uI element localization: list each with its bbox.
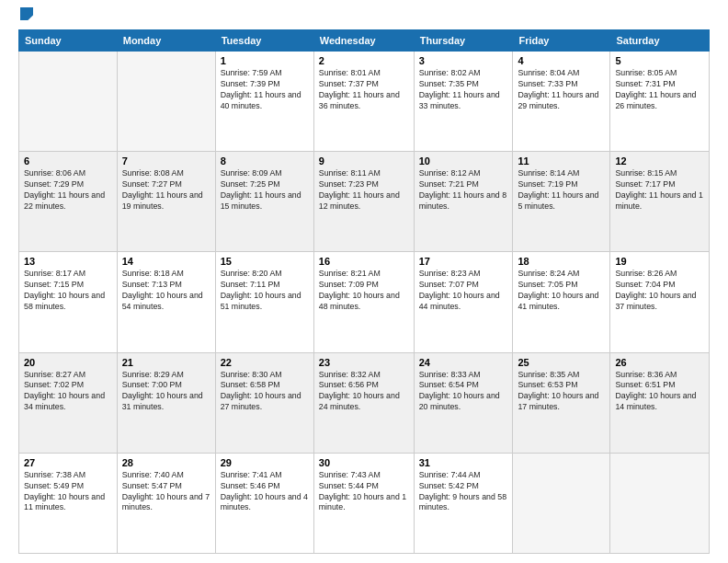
day-info: Sunrise: 8:08 AMSunset: 7:27 PMDaylight:… [122, 168, 210, 213]
calendar-cell: 19Sunrise: 8:26 AMSunset: 7:04 PMDayligh… [610, 252, 710, 352]
day-info: Sunrise: 8:36 AMSunset: 6:51 PMDaylight:… [615, 370, 704, 414]
day-info: Sunrise: 8:18 AMSunset: 7:13 PMDaylight:… [122, 269, 210, 313]
day-info: Sunrise: 7:40 AMSunset: 5:47 PMDaylight:… [122, 470, 210, 514]
weekday-header-saturday: Saturday [610, 30, 710, 52]
day-info: Sunrise: 7:59 AMSunset: 7:39 PMDaylight:… [221, 68, 309, 112]
calendar-cell: 8Sunrise: 8:09 AMSunset: 7:25 PMDaylight… [215, 152, 313, 252]
logo-icon [20, 7, 33, 20]
day-info: Sunrise: 8:06 AMSunset: 7:29 PMDaylight:… [24, 168, 112, 213]
day-info: Sunrise: 8:30 AMSunset: 6:58 PMDaylight:… [221, 370, 309, 414]
page: SundayMondayTuesdayWednesdayThursdayFrid… [0, 0, 728, 563]
weekday-header-thursday: Thursday [414, 30, 513, 52]
day-info: Sunrise: 8:26 AMSunset: 7:04 PMDaylight:… [615, 269, 704, 313]
day-number: 9 [319, 155, 409, 167]
day-number: 22 [221, 357, 309, 368]
day-number: 11 [518, 155, 605, 167]
day-info: Sunrise: 8:17 AMSunset: 7:15 PMDaylight:… [24, 269, 112, 313]
day-info: Sunrise: 8:33 AMSunset: 6:54 PMDaylight:… [419, 370, 508, 414]
calendar-week-row: 1Sunrise: 7:59 AMSunset: 7:39 PMDaylight… [19, 52, 710, 152]
day-number: 16 [319, 256, 409, 267]
day-info: Sunrise: 8:14 AMSunset: 7:19 PMDaylight:… [518, 168, 605, 213]
day-number: 17 [419, 256, 508, 267]
day-number: 31 [419, 457, 508, 468]
calendar-cell: 25Sunrise: 8:35 AMSunset: 6:53 PMDayligh… [513, 352, 610, 453]
calendar-cell [513, 453, 610, 553]
day-number: 21 [122, 357, 210, 368]
day-info: Sunrise: 8:04 AMSunset: 7:33 PMDaylight:… [518, 68, 605, 112]
day-number: 15 [221, 256, 309, 267]
day-number: 19 [615, 256, 704, 267]
day-number: 28 [122, 457, 210, 468]
calendar-cell: 30Sunrise: 7:43 AMSunset: 5:44 PMDayligh… [313, 453, 414, 553]
calendar-cell: 20Sunrise: 8:27 AMSunset: 7:02 PMDayligh… [19, 352, 118, 453]
day-number: 5 [615, 55, 704, 66]
day-number: 30 [319, 457, 409, 468]
day-info: Sunrise: 8:20 AMSunset: 7:11 PMDaylight:… [221, 269, 309, 313]
logo [18, 15, 33, 20]
day-info: Sunrise: 8:12 AMSunset: 7:21 PMDaylight:… [419, 168, 508, 213]
calendar-cell: 1Sunrise: 7:59 AMSunset: 7:39 PMDaylight… [215, 52, 313, 152]
calendar-cell: 11Sunrise: 8:14 AMSunset: 7:19 PMDayligh… [513, 152, 610, 252]
day-info: Sunrise: 8:27 AMSunset: 7:02 PMDaylight:… [24, 370, 112, 414]
calendar-cell: 12Sunrise: 8:15 AMSunset: 7:17 PMDayligh… [610, 152, 710, 252]
day-number: 4 [518, 55, 605, 66]
calendar-cell: 4Sunrise: 8:04 AMSunset: 7:33 PMDaylight… [513, 52, 610, 152]
day-number: 7 [122, 155, 210, 167]
calendar-cell: 27Sunrise: 7:38 AMSunset: 5:49 PMDayligh… [19, 453, 118, 553]
day-number: 1 [221, 55, 309, 66]
day-info: Sunrise: 8:24 AMSunset: 7:05 PMDaylight:… [518, 269, 605, 313]
calendar-cell: 16Sunrise: 8:21 AMSunset: 7:09 PMDayligh… [313, 252, 414, 352]
day-info: Sunrise: 8:01 AMSunset: 7:37 PMDaylight:… [319, 68, 409, 112]
day-number: 14 [122, 256, 210, 267]
calendar-cell: 6Sunrise: 8:06 AMSunset: 7:29 PMDaylight… [19, 152, 118, 252]
calendar-cell: 3Sunrise: 8:02 AMSunset: 7:35 PMDaylight… [414, 52, 513, 152]
day-number: 23 [319, 357, 409, 368]
day-number: 13 [24, 256, 112, 267]
day-info: Sunrise: 8:15 AMSunset: 7:17 PMDaylight:… [615, 168, 704, 213]
day-info: Sunrise: 8:35 AMSunset: 6:53 PMDaylight:… [518, 370, 605, 414]
day-number: 24 [419, 357, 508, 368]
weekday-header-sunday: Sunday [19, 30, 118, 52]
day-number: 3 [419, 55, 508, 66]
day-number: 10 [419, 155, 508, 167]
day-number: 2 [319, 55, 409, 66]
calendar-week-row: 27Sunrise: 7:38 AMSunset: 5:49 PMDayligh… [19, 453, 710, 553]
calendar-week-row: 20Sunrise: 8:27 AMSunset: 7:02 PMDayligh… [19, 352, 710, 453]
calendar-cell: 9Sunrise: 8:11 AMSunset: 7:23 PMDaylight… [313, 152, 414, 252]
weekday-header-monday: Monday [117, 30, 215, 52]
day-info: Sunrise: 8:23 AMSunset: 7:07 PMDaylight:… [419, 269, 508, 313]
weekday-header-wednesday: Wednesday [313, 30, 414, 52]
weekday-header-friday: Friday [513, 30, 610, 52]
calendar-cell: 31Sunrise: 7:44 AMSunset: 5:42 PMDayligh… [414, 453, 513, 553]
day-info: Sunrise: 8:02 AMSunset: 7:35 PMDaylight:… [419, 68, 508, 112]
day-number: 20 [24, 357, 112, 368]
calendar-cell: 29Sunrise: 7:41 AMSunset: 5:46 PMDayligh… [215, 453, 313, 553]
calendar-cell: 2Sunrise: 8:01 AMSunset: 7:37 PMDaylight… [313, 52, 414, 152]
header [18, 15, 710, 20]
calendar-cell: 21Sunrise: 8:29 AMSunset: 7:00 PMDayligh… [117, 352, 215, 453]
calendar-cell: 17Sunrise: 8:23 AMSunset: 7:07 PMDayligh… [414, 252, 513, 352]
calendar-cell [19, 52, 118, 152]
day-info: Sunrise: 7:38 AMSunset: 5:49 PMDaylight:… [24, 470, 112, 514]
day-info: Sunrise: 8:32 AMSunset: 6:56 PMDaylight:… [319, 370, 409, 414]
day-info: Sunrise: 8:11 AMSunset: 7:23 PMDaylight:… [319, 168, 409, 213]
calendar-header-row: SundayMondayTuesdayWednesdayThursdayFrid… [19, 30, 710, 52]
calendar-cell: 13Sunrise: 8:17 AMSunset: 7:15 PMDayligh… [19, 252, 118, 352]
day-number: 18 [518, 256, 605, 267]
day-info: Sunrise: 8:09 AMSunset: 7:25 PMDaylight:… [221, 168, 309, 213]
calendar-cell: 14Sunrise: 8:18 AMSunset: 7:13 PMDayligh… [117, 252, 215, 352]
calendar-cell [610, 453, 710, 553]
day-info: Sunrise: 8:29 AMSunset: 7:00 PMDaylight:… [122, 370, 210, 414]
day-number: 26 [615, 357, 704, 368]
day-number: 12 [615, 155, 704, 167]
calendar-cell: 15Sunrise: 8:20 AMSunset: 7:11 PMDayligh… [215, 252, 313, 352]
day-number: 27 [24, 457, 112, 468]
day-number: 25 [518, 357, 605, 368]
calendar-table: SundayMondayTuesdayWednesdayThursdayFrid… [18, 29, 710, 554]
calendar-week-row: 13Sunrise: 8:17 AMSunset: 7:15 PMDayligh… [19, 252, 710, 352]
calendar-cell: 10Sunrise: 8:12 AMSunset: 7:21 PMDayligh… [414, 152, 513, 252]
calendar-cell: 7Sunrise: 8:08 AMSunset: 7:27 PMDaylight… [117, 152, 215, 252]
day-number: 6 [24, 155, 112, 167]
weekday-header-tuesday: Tuesday [215, 30, 313, 52]
calendar-cell: 26Sunrise: 8:36 AMSunset: 6:51 PMDayligh… [610, 352, 710, 453]
